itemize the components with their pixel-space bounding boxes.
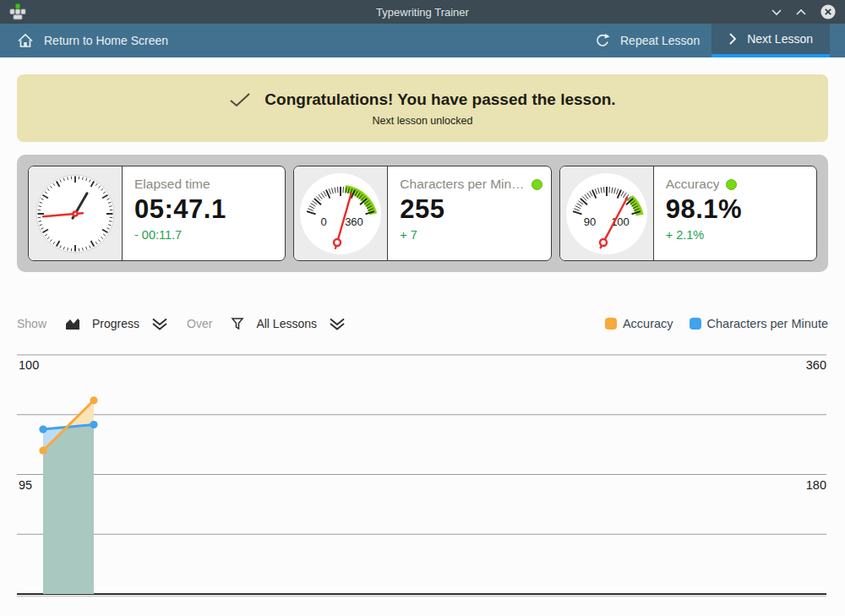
filter-icon <box>231 317 244 331</box>
stat-value: 255 <box>400 194 542 225</box>
gauge-icon: 90100 <box>560 166 654 260</box>
accuracy-swatch <box>605 318 617 330</box>
titlebar: Typewriting Trainer <box>0 0 845 24</box>
lessons-filter-dropdown[interactable]: All Lessons <box>231 317 346 331</box>
clock-icon <box>29 166 123 260</box>
svg-text:180: 180 <box>806 478 826 492</box>
refresh-icon <box>595 33 610 48</box>
chart-controls: Show Progress Over All Lessons Accuracy <box>17 314 828 333</box>
gauge-icon: 0360 <box>294 166 388 260</box>
minimize-button[interactable] <box>771 8 782 16</box>
return-home-button[interactable]: Return to Home Screen <box>0 24 180 57</box>
legend-accuracy-label: Accuracy <box>623 317 673 330</box>
stat-card-cpm: 0360 Characters per Min… 255 + 7 <box>293 166 551 261</box>
svg-text:90: 90 <box>583 215 595 228</box>
check-icon <box>229 92 251 107</box>
next-lesson-button[interactable]: Next Lesson <box>711 24 830 57</box>
repeat-lesson-label: Repeat Lesson <box>620 34 700 47</box>
svg-text:0: 0 <box>321 215 327 228</box>
nav-bar: Return to Home Screen Repeat Lesson Next… <box>0 24 845 57</box>
over-value: All Lessons <box>256 317 317 330</box>
next-lesson-label: Next Lesson <box>747 32 813 46</box>
banner-subtitle: Next lesson unlocked <box>373 115 473 127</box>
close-icon <box>820 3 837 20</box>
chart-legend: Accuracy Characters per Minute <box>605 317 828 330</box>
stat-change: - 00:11.7 <box>134 228 273 242</box>
chevron-down-icon <box>771 8 782 16</box>
show-label: Show <box>17 317 46 330</box>
svg-text:100: 100 <box>19 358 39 372</box>
svg-text:360: 360 <box>806 358 826 372</box>
show-dropdown[interactable]: Progress <box>65 317 168 330</box>
maximize-button[interactable] <box>795 8 807 16</box>
cpm-swatch <box>690 318 701 330</box>
double-chevron-down-icon <box>329 318 346 330</box>
app-icon <box>8 3 27 21</box>
stat-change: + 7 <box>400 228 542 242</box>
svg-text:360: 360 <box>345 215 363 228</box>
nav-spacer <box>180 24 583 57</box>
congratulations-banner: Congratulations! You have passed the les… <box>17 74 828 142</box>
stat-value: 98.1% <box>666 194 804 225</box>
stat-value: 05:47.1 <box>134 194 273 225</box>
stat-label: Accuracy <box>666 177 720 192</box>
stat-card-elapsed-time: Elapsed time 05:47.1 - 00:11.7 <box>28 166 286 261</box>
over-label: Over <box>187 317 212 330</box>
home-icon <box>17 33 34 48</box>
stat-label: Characters per Min… <box>400 177 524 192</box>
stat-change: + 2.1% <box>666 228 804 242</box>
progress-chart: 10095360180 <box>0 345 845 616</box>
legend-cpm-label: Characters per Minute <box>707 317 828 330</box>
chevron-up-icon <box>795 8 807 16</box>
status-dot-green <box>532 179 542 190</box>
stats-panel: Elapsed time 05:47.1 - 00:11.7 0360 Char… <box>17 155 828 272</box>
show-value: Progress <box>92 317 139 330</box>
close-button[interactable] <box>820 3 837 20</box>
double-chevron-down-icon <box>151 318 168 330</box>
banner-title: Congratulations! You have passed the les… <box>264 90 615 109</box>
chevron-right-icon <box>728 32 737 46</box>
svg-text:95: 95 <box>19 478 32 492</box>
area-chart-icon <box>65 317 80 330</box>
window-title: Typewriting Trainer <box>0 6 845 19</box>
stat-label: Elapsed time <box>134 177 210 192</box>
return-home-label: Return to Home Screen <box>44 34 168 47</box>
repeat-lesson-button[interactable]: Repeat Lesson <box>583 24 711 57</box>
stat-card-accuracy: 90100 Accuracy 98.1% + 2.1% <box>559 166 817 261</box>
status-dot-green <box>726 179 737 190</box>
